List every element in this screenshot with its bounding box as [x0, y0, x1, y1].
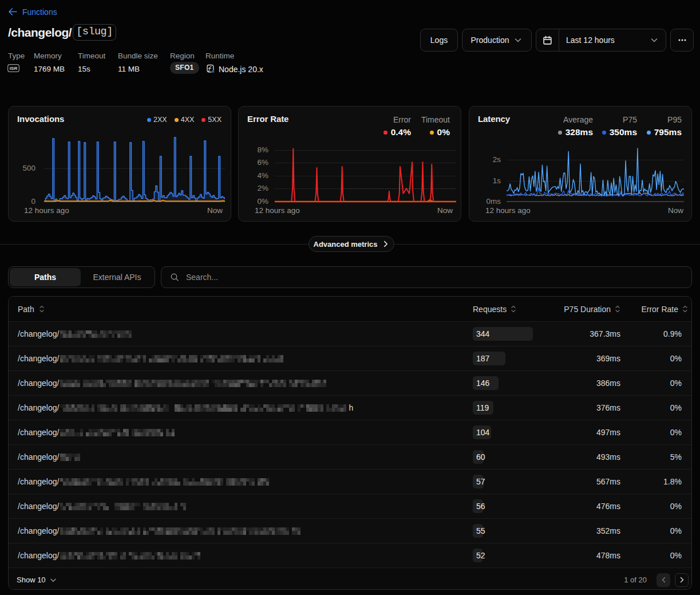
- svg-text:ISR: ISR: [10, 66, 18, 71]
